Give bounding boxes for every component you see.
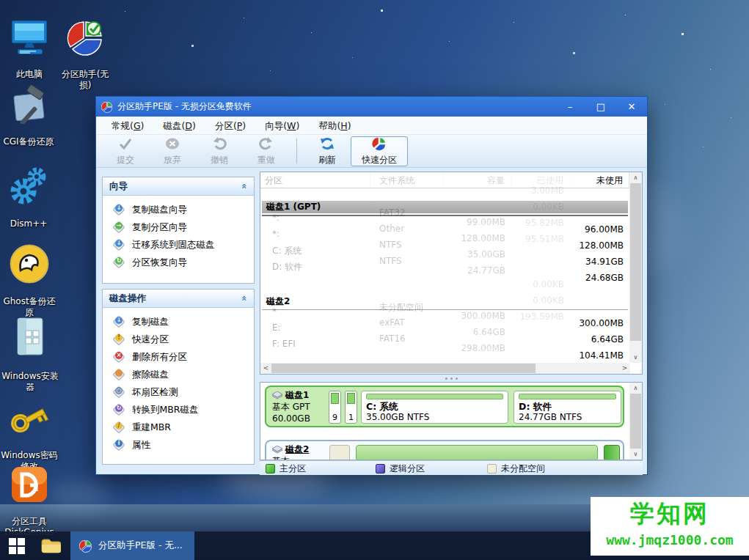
desktop-icon-diskgenius[interactable]: 分区工具 DiskGenius bbox=[0, 453, 59, 538]
install-box-icon bbox=[1, 319, 59, 358]
menu-wizard[interactable]: 向导(W) bbox=[255, 117, 309, 135]
computer-icon bbox=[0, 17, 59, 56]
title-bar[interactable]: 分区助手PE版 - 无损分区免费软件 – □ ✕ bbox=[96, 97, 647, 117]
disk1-type: 基本 GPT bbox=[272, 401, 310, 413]
scroll-right-arrow-icon[interactable]: > bbox=[619, 363, 630, 374]
legend-primary-partition: 主分区 bbox=[266, 461, 306, 476]
desktop-icon-windows-installer[interactable]: Windows安装器 bbox=[1, 308, 59, 393]
maximize-button[interactable]: □ bbox=[585, 97, 616, 117]
table-header-row[interactable]: 分区 文件系统 容量 已使用 未使用 bbox=[260, 172, 642, 188]
scroll-down-arrow-icon[interactable]: ∨ bbox=[629, 352, 642, 363]
menu-disk[interactable]: 磁盘(D) bbox=[153, 117, 205, 135]
scroll-up-arrow-icon[interactable]: ∧ bbox=[629, 172, 642, 183]
disk-map: 磁盘1 基本 GPT 60.00GB 9 1 C: 系统 35.00GB NTF… bbox=[260, 382, 643, 460]
collapse-chevron-icon[interactable]: « bbox=[239, 293, 249, 303]
wizard-item-migrate-os[interactable]: ↓ 迁移系统到固态磁盘 bbox=[103, 236, 254, 254]
refresh-button[interactable]: 刷新 bbox=[304, 136, 351, 166]
legend-logical-partition: 逻辑分区 bbox=[376, 461, 425, 476]
gears-icon bbox=[0, 166, 58, 206]
disk1-small-partition[interactable]: 9 bbox=[329, 391, 341, 424]
ops-item-quick-partition[interactable]: ! 快速分区 bbox=[103, 331, 254, 348]
menu-partition[interactable]: 分区(P) bbox=[205, 117, 255, 135]
scrollbar-thumb[interactable] bbox=[630, 394, 641, 449]
column-header-unused[interactable]: 未使用 bbox=[570, 172, 629, 188]
ops-item-bad-sector-check[interactable]: ○ 坏扇区检测 bbox=[103, 383, 254, 401]
check-icon bbox=[118, 136, 133, 153]
desktop-icon-cgi-backup[interactable]: CGI备份还原 bbox=[0, 73, 58, 147]
partition-table: 分区 文件系统 容量 已使用 未使用 磁盘1 (GPT) *:FAT3299.0… bbox=[260, 172, 643, 375]
redo-button[interactable]: 重做 bbox=[243, 136, 290, 166]
start-button[interactable] bbox=[0, 531, 34, 560]
diskmap-vertical-scrollbar[interactable]: ∧ ∨ bbox=[629, 383, 642, 460]
discard-button[interactable]: 放弃 bbox=[149, 136, 196, 166]
wizard-item-copy-disk[interactable]: ↓ 复制磁盘向导 bbox=[103, 201, 254, 218]
desktop-icon-ghost-backup[interactable]: Ghost备份还原 bbox=[0, 233, 59, 318]
ghost-icon bbox=[0, 244, 59, 284]
copy-partition-wizard-icon: → bbox=[113, 221, 125, 233]
disk1-size: 60.00GB bbox=[272, 413, 310, 424]
table-horizontal-scrollbar[interactable]: < > bbox=[260, 363, 630, 374]
ops-item-delete-all-partitions[interactable]: × 删除所有分区 bbox=[103, 348, 254, 366]
close-button[interactable]: ✕ bbox=[616, 97, 647, 117]
desktop-icon-label: Dism++ bbox=[10, 218, 48, 229]
disk-operations-panel: 磁盘操作 « ↓ 复制磁盘 ! 快速分区 × 删除所有分区 擦除磁盘 ○ 坏扇区 bbox=[102, 289, 255, 465]
disk1-partition-d[interactable]: D: 软件 24.77GB NTFS bbox=[514, 391, 621, 424]
disk1-small-partition[interactable]: 1 bbox=[345, 391, 357, 424]
table-row[interactable]: D: 软件NTFS24.77GB95.51MB24.68GB bbox=[260, 270, 629, 286]
copy-disk-wizard-icon: ↓ bbox=[113, 204, 125, 215]
table-row[interactable]: F: EFIFAT16298.00MB193.59MB104.41MB bbox=[260, 347, 629, 364]
menu-help[interactable]: 帮助(H) bbox=[309, 117, 360, 135]
column-header-filesystem[interactable]: 文件系统 bbox=[370, 172, 444, 188]
toolbar: 提交 放弃 撤销 重做 刷新 快速分区 bbox=[96, 135, 647, 168]
splitter-handle[interactable] bbox=[260, 375, 643, 382]
scrollbar-thumb[interactable] bbox=[630, 183, 641, 341]
undo-button[interactable]: 撤销 bbox=[196, 136, 243, 166]
scrollbar-thumb[interactable] bbox=[271, 364, 536, 373]
copy-disk-icon: ↓ bbox=[113, 316, 125, 328]
desktop-icon-partition-assistant[interactable]: 分区助手(无损) bbox=[56, 6, 114, 91]
disk2-partition-e[interactable] bbox=[356, 445, 598, 460]
rebuild-mbr-icon: / bbox=[113, 421, 125, 433]
disk1-name: 磁盘1 bbox=[285, 389, 309, 401]
scroll-down-arrow-icon[interactable]: ∨ bbox=[629, 449, 642, 460]
disk-icon bbox=[272, 391, 282, 399]
quick-partition-pie-icon bbox=[372, 136, 387, 153]
folder-icon bbox=[40, 538, 61, 554]
wizard-item-partition-recovery[interactable]: ↻ 分区恢复向导 bbox=[103, 254, 254, 271]
ops-item-convert-to-mbr[interactable]: ↻ 转换到MBR磁盘 bbox=[103, 401, 254, 419]
disk2-card[interactable]: 磁盘2 基本 bbox=[265, 440, 624, 460]
menu-general[interactable]: 常规(G) bbox=[102, 117, 153, 135]
file-explorer-button[interactable] bbox=[34, 531, 67, 560]
discard-icon bbox=[165, 136, 180, 153]
watermark-title: 学知网 bbox=[630, 498, 709, 530]
ops-item-properties[interactable]: i 属性 bbox=[103, 436, 254, 454]
disk1-card[interactable]: 磁盘1 基本 GPT 60.00GB 9 1 C: 系统 35.00GB NTF… bbox=[265, 386, 624, 427]
disk1-partition-c[interactable]: C: 系统 35.00GB NTFS bbox=[361, 391, 508, 424]
taskbar-app-partition-assistant[interactable]: 分区助手PE版 - 无... bbox=[70, 531, 194, 560]
collapse-chevron-icon[interactable]: « bbox=[239, 181, 249, 191]
redo-icon bbox=[259, 136, 274, 153]
disk1-group-header[interactable]: 磁盘1 (GPT) bbox=[262, 201, 628, 213]
desktop-icon-dism[interactable]: Dism++ bbox=[0, 155, 58, 229]
table-vertical-scrollbar[interactable]: ∧ ∨ bbox=[629, 172, 642, 363]
taskbar-app-label: 分区助手PE版 - 无... bbox=[98, 539, 183, 552]
column-header-partition[interactable]: 分区 bbox=[260, 172, 370, 188]
scroll-left-arrow-icon[interactable]: < bbox=[260, 363, 271, 374]
desktop-icon-this-pc[interactable]: 此电脑 bbox=[0, 6, 59, 80]
disk2-unallocated-block[interactable] bbox=[329, 445, 350, 460]
disk2-partition-f[interactable] bbox=[604, 445, 620, 460]
wizard-panel-header[interactable]: 向导 « bbox=[103, 177, 254, 196]
quick-partition-button[interactable]: 快速分区 bbox=[351, 136, 408, 166]
column-header-capacity[interactable]: 容量 bbox=[444, 172, 511, 188]
minimize-button[interactable]: – bbox=[555, 97, 585, 117]
ops-item-wipe-disk[interactable]: 擦除磁盘 bbox=[103, 366, 254, 383]
disk2-name: 磁盘2 bbox=[285, 443, 309, 455]
unallocated-swatch bbox=[487, 464, 497, 474]
scroll-up-arrow-icon[interactable]: ∧ bbox=[629, 383, 642, 394]
ops-item-rebuild-mbr[interactable]: / 重建MBR bbox=[103, 419, 254, 436]
bad-sector-icon: ○ bbox=[113, 386, 125, 398]
ops-item-copy-disk[interactable]: ↓ 复制磁盘 bbox=[103, 313, 254, 331]
disk-operations-header[interactable]: 磁盘操作 « bbox=[103, 290, 254, 308]
wizard-item-copy-partition[interactable]: → 复制分区向导 bbox=[103, 218, 254, 236]
commit-button[interactable]: 提交 bbox=[102, 136, 149, 166]
